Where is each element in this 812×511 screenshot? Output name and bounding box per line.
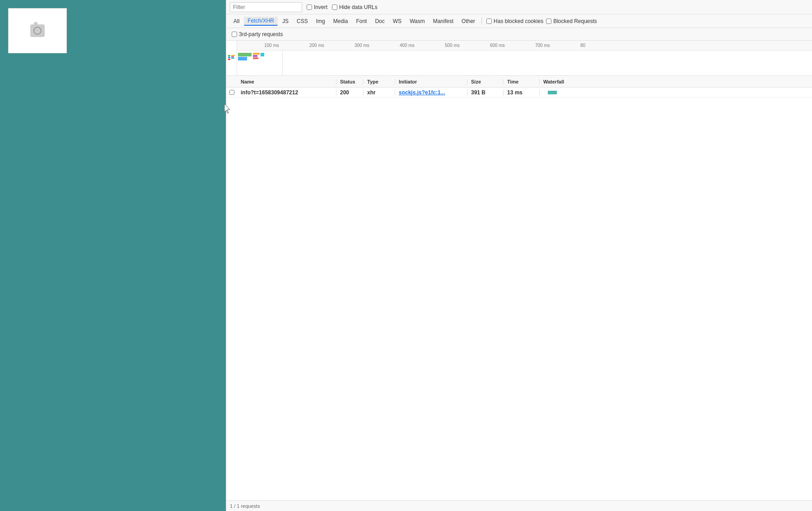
time-marker-600ms: 600 ms xyxy=(490,43,505,48)
timeline-cursor-line xyxy=(282,51,283,75)
invert-checkbox[interactable] xyxy=(307,5,312,10)
table-row[interactable]: info?t=1658309487212 200 xhr sockjs.js?e… xyxy=(226,88,812,98)
svg-rect-2 xyxy=(228,59,230,60)
tab-media[interactable]: Media xyxy=(330,17,352,25)
time-marker-300ms: 300 ms xyxy=(355,43,369,48)
camera-icon xyxy=(30,24,45,37)
header-type: Type xyxy=(364,79,395,84)
header-time: Time xyxy=(504,79,540,84)
tab-doc[interactable]: Doc xyxy=(371,17,388,25)
app-preview-panel xyxy=(0,0,226,511)
blocked-requests-label: Blocked Requests xyxy=(553,18,597,24)
row-size: 391 B xyxy=(467,89,504,96)
row-checkbox-col xyxy=(226,90,237,95)
blocked-requests-group: Blocked Requests xyxy=(546,18,597,24)
tab-css[interactable]: CSS xyxy=(293,17,312,25)
tab-font[interactable]: Font xyxy=(352,17,370,25)
header-status: Status xyxy=(336,79,364,84)
third-party-requests-checkbox[interactable] xyxy=(232,32,237,37)
row-status: 200 xyxy=(336,89,364,96)
row-type: xhr xyxy=(364,89,395,96)
row-waterfall xyxy=(540,91,812,94)
header-initiator: Initiator xyxy=(395,79,467,84)
svg-rect-8 xyxy=(253,53,260,55)
devtools-network-panel: Invert Hide data URLs All Fetch/XHR JS C… xyxy=(226,0,812,511)
tab-img[interactable]: Img xyxy=(313,17,329,25)
hide-data-urls-checkbox[interactable] xyxy=(332,5,337,10)
time-marker-80x: 80 xyxy=(580,43,585,48)
row-time: 13 ms xyxy=(504,89,540,96)
invert-checkbox-group: Invert xyxy=(307,4,327,10)
filter-input[interactable] xyxy=(230,2,302,12)
svg-rect-7 xyxy=(238,57,247,60)
header-name: Name xyxy=(237,79,336,84)
table-header-row: Name Status Type Initiator Size Time Wat… xyxy=(226,76,812,88)
row-name: info?t=1658309487212 xyxy=(237,89,336,96)
svg-rect-0 xyxy=(228,55,230,56)
svg-rect-4 xyxy=(231,56,234,57)
time-marker-700ms: 700 ms xyxy=(535,43,550,48)
svg-rect-10 xyxy=(253,57,258,59)
tab-js[interactable]: JS xyxy=(279,17,292,25)
tab-all[interactable]: All xyxy=(230,17,243,25)
third-party-requests-label: 3rd-party requests xyxy=(239,31,283,37)
tab-fetch-xhr[interactable]: Fetch/XHR xyxy=(244,17,278,26)
svg-rect-6 xyxy=(238,53,252,56)
svg-rect-9 xyxy=(253,55,257,57)
svg-rect-5 xyxy=(231,58,234,59)
waterfall-bar xyxy=(548,91,557,94)
network-type-filter-bar: All Fetch/XHR JS CSS Img Media Font Doc … xyxy=(226,14,812,28)
svg-rect-11 xyxy=(261,53,264,56)
time-marker-400ms: 400 ms xyxy=(400,43,415,48)
tab-manifest[interactable]: Manifest xyxy=(429,17,457,25)
hide-data-urls-checkbox-group: Hide data URLs xyxy=(332,4,378,10)
tab-wasm[interactable]: Wasm xyxy=(406,17,429,25)
third-party-requests-group: 3rd-party requests xyxy=(232,31,283,37)
row-initiator[interactable]: sockjs.js?e1fc:1... xyxy=(395,89,467,96)
header-size: Size xyxy=(467,79,504,84)
timeline-icon xyxy=(228,53,236,63)
timeline-graph-area xyxy=(237,51,812,75)
tab-other[interactable]: Other xyxy=(458,17,479,25)
network-toolbar-filter: Invert Hide data URLs xyxy=(226,0,812,14)
header-waterfall: Waterfall xyxy=(540,79,812,84)
toolbar-separator xyxy=(481,18,482,25)
has-blocked-cookies-label: Has blocked cookies xyxy=(494,18,543,24)
time-marker-500ms: 500 ms xyxy=(445,43,460,48)
row-checkbox[interactable] xyxy=(229,90,234,95)
devtools-status-bar: 1 / 1 requests xyxy=(226,500,812,511)
invert-label: Invert xyxy=(314,4,327,10)
status-text: 1 / 1 requests xyxy=(230,503,260,509)
image-placeholder xyxy=(8,8,67,53)
has-blocked-cookies-group: Has blocked cookies xyxy=(486,18,543,24)
network-timeline-area: 100 ms 200 ms 300 ms 400 ms 500 ms 600 m… xyxy=(226,41,812,76)
time-marker-200ms: 200 ms xyxy=(309,43,324,48)
network-requests-table: Name Status Type Initiator Size Time Wat… xyxy=(226,76,812,500)
blocked-requests-checkbox[interactable] xyxy=(546,19,551,24)
time-marker-100ms: 100 ms xyxy=(264,43,279,48)
svg-rect-1 xyxy=(228,57,230,58)
timeline-content: 100 ms 200 ms 300 ms 400 ms 500 ms 600 m… xyxy=(237,41,812,75)
timeline-icon-sidebar xyxy=(226,41,237,75)
hide-data-urls-label: Hide data URLs xyxy=(339,4,378,10)
tab-ws[interactable]: WS xyxy=(389,17,405,25)
svg-rect-3 xyxy=(231,55,235,56)
has-blocked-cookies-checkbox[interactable] xyxy=(486,19,492,24)
network-third-party-bar: 3rd-party requests xyxy=(226,28,812,41)
